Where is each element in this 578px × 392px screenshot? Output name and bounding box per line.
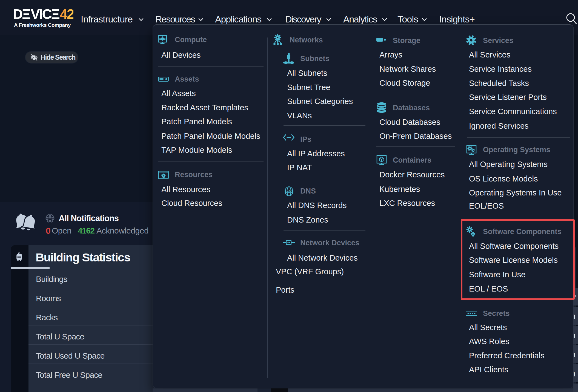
svg-text:DNS: DNS — [286, 190, 292, 193]
